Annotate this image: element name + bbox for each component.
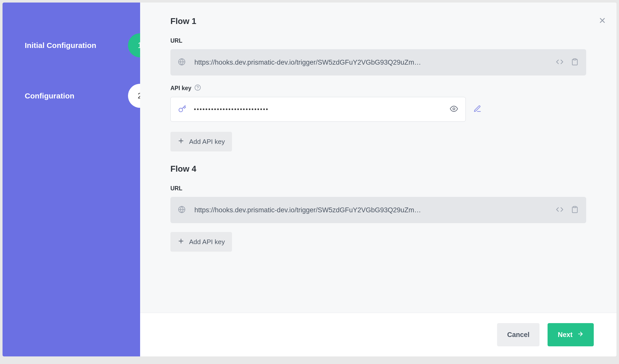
url-label: URL bbox=[170, 185, 182, 192]
plus-icon bbox=[177, 137, 185, 146]
step-configuration[interactable]: Configuration 2 bbox=[3, 83, 140, 109]
api-key-value: •••••••••••••••••••••••••• bbox=[194, 106, 442, 113]
globe-icon bbox=[178, 206, 186, 214]
edit-icon[interactable] bbox=[473, 105, 481, 114]
api-key-label: API key bbox=[170, 85, 191, 92]
clipboard-icon[interactable] bbox=[571, 58, 579, 67]
url-text: https://hooks.dev.prismatic-dev.io/trigg… bbox=[194, 206, 547, 214]
close-icon[interactable] bbox=[598, 16, 606, 25]
next-button[interactable]: Next bbox=[548, 323, 594, 346]
url-box: https://hooks.dev.prismatic-dev.io/trigg… bbox=[170, 197, 586, 223]
add-api-key-label: Add API key bbox=[189, 238, 225, 246]
code-icon[interactable] bbox=[556, 206, 563, 214]
sidebar: Initial Configuration 1 Configuration 2 bbox=[3, 3, 140, 356]
next-label: Next bbox=[558, 331, 573, 339]
clipboard-icon[interactable] bbox=[571, 206, 579, 214]
svg-rect-12 bbox=[574, 206, 576, 208]
content-area: Flow 1 URL https://hooks.dev.prismatic-d… bbox=[140, 3, 616, 313]
add-api-key-label: Add API key bbox=[189, 138, 225, 146]
arrow-right-icon bbox=[577, 331, 584, 339]
flow-section: Flow 1 URL https://hooks.dev.prismatic-d… bbox=[170, 16, 586, 151]
step-label: Configuration bbox=[25, 92, 74, 100]
eye-icon[interactable] bbox=[450, 105, 458, 114]
svg-rect-4 bbox=[574, 59, 576, 60]
url-box: https://hooks.dev.prismatic-dev.io/trigg… bbox=[170, 49, 586, 75]
svg-point-7 bbox=[453, 108, 455, 110]
add-api-key-button[interactable]: Add API key bbox=[170, 232, 232, 252]
footer: Cancel Next bbox=[140, 313, 616, 356]
flow-section: Flow 4 URL https://hooks.dev.prismatic-d… bbox=[170, 164, 586, 252]
key-icon bbox=[178, 105, 186, 114]
url-label: URL bbox=[170, 37, 182, 44]
plus-icon bbox=[177, 238, 185, 246]
step-initial-configuration[interactable]: Initial Configuration 1 bbox=[3, 33, 140, 58]
help-icon[interactable] bbox=[194, 84, 201, 92]
api-key-input[interactable]: •••••••••••••••••••••••••• bbox=[170, 97, 466, 122]
cancel-button[interactable]: Cancel bbox=[497, 323, 540, 346]
step-label: Initial Configuration bbox=[25, 41, 96, 50]
url-text: https://hooks.dev.prismatic-dev.io/trigg… bbox=[194, 59, 547, 66]
add-api-key-button[interactable]: Add API key bbox=[170, 132, 232, 151]
globe-icon bbox=[178, 58, 186, 67]
flow-title: Flow 4 bbox=[170, 164, 586, 174]
flow-title: Flow 1 bbox=[170, 16, 586, 26]
code-icon[interactable] bbox=[556, 58, 563, 67]
